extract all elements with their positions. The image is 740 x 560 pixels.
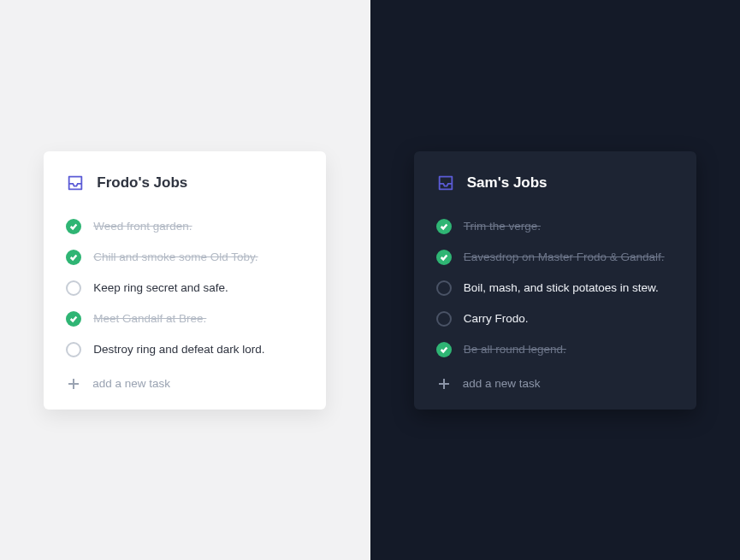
checkbox-checked-icon[interactable] — [436, 219, 452, 234]
task-text: Destroy ring and defeat dark lord. — [93, 342, 264, 357]
checkbox-unchecked-icon[interactable] — [66, 342, 81, 357]
todo-card-frodo: Frodo's Jobs Weed front garden. Chill an… — [44, 151, 326, 410]
checkbox-unchecked-icon[interactable] — [66, 280, 81, 296]
task-text: Chill and smoke some Old Toby. — [93, 250, 258, 265]
task-text: Carry Frodo. — [464, 311, 529, 327]
checkbox-checked-icon[interactable] — [66, 219, 81, 234]
task-item[interactable]: Keep ring secret and safe. — [66, 273, 304, 304]
task-text: Meet Gandalf at Bree. — [93, 311, 206, 327]
add-task-label: add a new task — [463, 377, 541, 390]
task-text: Trim the verge. — [464, 219, 541, 234]
dark-panel: Sam's Jobs Trim the verge. Eavesdrop on … — [370, 0, 741, 560]
task-item[interactable]: Be all round legend. — [436, 334, 674, 365]
todo-card-sam: Sam's Jobs Trim the verge. Eavesdrop on … — [414, 151, 696, 410]
plus-icon — [437, 377, 451, 391]
task-item[interactable]: Carry Frodo. — [436, 304, 674, 334]
add-task-button[interactable]: add a new task — [436, 365, 674, 391]
card-title: Frodo's Jobs — [97, 174, 187, 192]
task-text: Weed front garden. — [93, 219, 192, 234]
card-header: Sam's Jobs — [436, 174, 674, 192]
task-text: Eavesdrop on Master Frodo & Gandalf. — [464, 250, 665, 265]
add-task-button[interactable]: add a new task — [66, 365, 304, 391]
inbox-icon — [436, 174, 455, 192]
task-item[interactable]: Weed front garden. — [66, 211, 304, 242]
plus-icon — [67, 377, 80, 391]
task-item[interactable]: Trim the verge. — [436, 211, 674, 242]
task-text: Be all round legend. — [464, 342, 566, 357]
task-text: Boil, mash, and stick potatoes in stew. — [464, 280, 659, 296]
checkbox-checked-icon[interactable] — [66, 250, 81, 265]
task-text: Keep ring secret and safe. — [93, 280, 228, 296]
card-header: Frodo's Jobs — [66, 174, 304, 192]
inbox-icon — [66, 174, 85, 192]
task-list: Weed front garden. Chill and smoke some … — [66, 211, 304, 365]
checkbox-unchecked-icon[interactable] — [436, 280, 452, 296]
light-panel: Frodo's Jobs Weed front garden. Chill an… — [0, 0, 370, 560]
card-title: Sam's Jobs — [467, 174, 548, 192]
task-item[interactable]: Eavesdrop on Master Frodo & Gandalf. — [436, 242, 674, 273]
checkbox-checked-icon[interactable] — [436, 342, 452, 357]
task-item[interactable]: Chill and smoke some Old Toby. — [66, 242, 304, 273]
checkbox-checked-icon[interactable] — [66, 311, 81, 327]
checkbox-checked-icon[interactable] — [436, 250, 452, 265]
task-item[interactable]: Destroy ring and defeat dark lord. — [66, 334, 304, 365]
add-task-label: add a new task — [92, 377, 170, 390]
task-item[interactable]: Meet Gandalf at Bree. — [66, 304, 304, 334]
checkbox-unchecked-icon[interactable] — [436, 311, 452, 327]
task-item[interactable]: Boil, mash, and stick potatoes in stew. — [436, 273, 674, 304]
task-list: Trim the verge. Eavesdrop on Master Frod… — [436, 211, 674, 365]
